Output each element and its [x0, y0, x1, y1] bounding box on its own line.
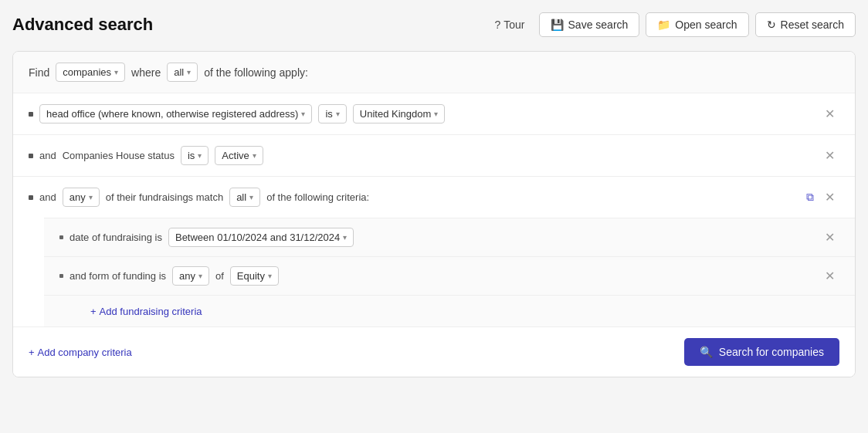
add-fundraising-criteria-button[interactable]: + Add fundraising criteria — [90, 306, 202, 317]
quantifier-select[interactable]: any ▾ — [63, 188, 100, 207]
sub-criteria-row-2: and form of funding is any ▾ of Equity ▾… — [44, 257, 855, 296]
and-label-3: and — [39, 191, 56, 203]
open-search-label: Open search — [675, 19, 737, 31]
sub-bullet-icon — [59, 235, 63, 239]
criteria-row-1: head office (where known, otherwise regi… — [13, 93, 855, 135]
header-actions: ? Tour 💾 Save search 📁 Open search ↻ Res… — [487, 12, 856, 37]
value-select-1[interactable]: United Kingdom ▾ — [353, 104, 446, 123]
match-value: all — [236, 191, 246, 203]
search-companies-label: Search for companies — [719, 346, 824, 358]
where-select[interactable]: all ▾ — [167, 63, 198, 82]
save-icon: 💾 — [551, 19, 564, 31]
add-company-criteria-button[interactable]: + Add company criteria — [29, 347, 132, 358]
form-value: Equity — [237, 270, 265, 282]
following-criteria-label: of the following criteria: — [266, 191, 369, 203]
chevron-down-icon: ▾ — [198, 272, 202, 280]
chevron-down-icon: ▾ — [336, 110, 340, 118]
criteria-row-3: and any ▾ of their fundraisings match al… — [13, 177, 855, 327]
bullet-icon — [29, 112, 33, 117]
chevron-down-icon: ▾ — [343, 233, 347, 242]
tour-label: Tour — [504, 19, 524, 31]
where-value: all — [174, 66, 184, 78]
sub-criteria-section: date of fundraising is Between 01/10/202… — [44, 218, 855, 326]
chevron-down-icon: ▾ — [114, 68, 118, 76]
expand-nested-button[interactable]: ⧉ — [803, 189, 817, 205]
chevron-down-icon: ▾ — [89, 193, 93, 201]
chevron-down-icon: ▾ — [301, 110, 305, 118]
open-icon: 📁 — [657, 19, 670, 31]
plus-icon: + — [29, 347, 35, 358]
match-select[interactable]: all ▾ — [229, 188, 260, 207]
chevron-down-icon: ▾ — [187, 68, 191, 76]
form-value-select[interactable]: Equity ▾ — [230, 266, 279, 286]
add-company-criteria-label: Add company criteria — [38, 347, 132, 358]
remove-criteria-3-button[interactable]: ✕ — [820, 190, 839, 205]
find-type-select[interactable]: companies ▾ — [56, 63, 125, 82]
page-title: Advanced search — [12, 15, 153, 35]
operator-select-1[interactable]: is ▾ — [318, 104, 346, 123]
tour-button[interactable]: ? Tour — [487, 14, 532, 36]
sub-criteria-row-1: date of fundraising is Between 01/10/202… — [44, 218, 855, 257]
bullet-icon — [29, 154, 33, 158]
field-select-1[interactable]: head office (where known, otherwise regi… — [39, 104, 312, 123]
field-label-2: Companies House status — [63, 150, 175, 161]
value-2: Active — [222, 150, 249, 161]
plus-icon: + — [90, 306, 97, 317]
date-field-label: date of fundraising is — [70, 232, 162, 243]
reset-icon: ↻ — [767, 19, 776, 31]
criteria-row-2: and Companies House status is ▾ Active ▾… — [13, 135, 855, 177]
where-label: where — [131, 66, 161, 79]
and-label-2: and — [39, 150, 56, 161]
add-fundraising-label: Add fundraising criteria — [100, 306, 202, 317]
bullet-icon — [29, 195, 33, 200]
date-value: Between 01/10/2024 and 31/12/2024 — [175, 232, 340, 243]
chevron-down-icon: ▾ — [253, 151, 256, 160]
value-1: United Kingdom — [360, 108, 432, 120]
form-operator-value: any — [179, 270, 195, 282]
search-companies-button[interactable]: 🔍 Search for companies — [684, 338, 839, 366]
find-row: Find companies ▾ where all ▾ of the foll… — [13, 52, 855, 93]
find-label: Find — [29, 66, 49, 79]
date-value-select[interactable]: Between 01/10/2024 and 31/12/2024 ▾ — [168, 228, 354, 247]
reset-search-label: Reset search — [781, 19, 844, 31]
search-icon: 🔍 — [700, 346, 713, 358]
fundraisings-label: of their fundraisings match — [106, 191, 223, 203]
chevron-down-icon: ▾ — [249, 193, 253, 201]
criteria-row-1-content: head office (where known, otherwise regi… — [13, 93, 855, 134]
chevron-down-icon: ▾ — [198, 151, 202, 160]
save-search-label: Save search — [568, 19, 629, 31]
criteria-row-3-header: and any ▾ of their fundraisings match al… — [13, 177, 855, 218]
nested-controls: ⧉ ✕ — [803, 189, 839, 205]
criteria-row-2-content: and Companies House status is ▾ Active ▾… — [13, 135, 855, 176]
reset-search-button[interactable]: ↻ Reset search — [755, 12, 856, 37]
search-panel: Find companies ▾ where all ▾ of the foll… — [12, 51, 856, 377]
remove-sub-criteria-2-button[interactable]: ✕ — [820, 269, 839, 284]
operator-select-2[interactable]: is ▾ — [181, 146, 209, 165]
remove-criteria-1-button[interactable]: ✕ — [820, 107, 839, 122]
find-type-value: companies — [63, 66, 111, 78]
field-value-1: head office (where known, otherwise regi… — [46, 108, 298, 120]
chevron-down-icon: ▾ — [268, 272, 272, 280]
add-fundraising-row: + Add fundraising criteria — [44, 296, 855, 326]
quantifier-value: any — [70, 191, 86, 203]
and-form-label: and form of funding is — [70, 270, 166, 282]
form-operator-select[interactable]: any ▾ — [172, 266, 209, 286]
question-icon: ? — [494, 19, 500, 31]
operator-value-2: is — [188, 150, 195, 161]
footer-row: + Add company criteria 🔍 Search for comp… — [13, 327, 855, 377]
remove-criteria-2-button[interactable]: ✕ — [820, 148, 839, 164]
remove-sub-criteria-1-button[interactable]: ✕ — [820, 230, 839, 245]
apply-label: of the following apply: — [204, 66, 308, 79]
chevron-down-icon: ▾ — [434, 110, 438, 118]
open-search-button[interactable]: 📁 Open search — [646, 12, 748, 37]
operator-value-1: is — [325, 108, 332, 120]
sub-bullet-icon — [59, 274, 63, 278]
save-search-button[interactable]: 💾 Save search — [539, 12, 640, 37]
of-label: of — [215, 270, 224, 282]
value-select-2[interactable]: Active ▾ — [215, 146, 263, 165]
